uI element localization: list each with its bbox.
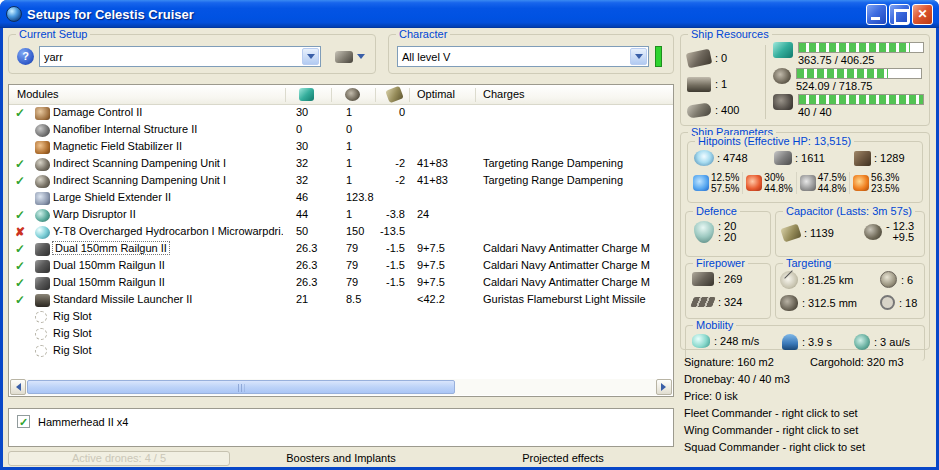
module-name: Indirect Scanning Dampening Unit I <box>53 157 226 169</box>
chevron-down-icon[interactable] <box>302 48 319 65</box>
table-row[interactable]: ✓ Dual 150mm Railgun II 26.3 79 -1.5 9+7… <box>9 275 673 292</box>
cpu-column-icon[interactable] <box>299 88 314 101</box>
close-button[interactable] <box>912 4 933 25</box>
thermal-resist-shield: 30% <box>764 172 792 183</box>
hitpoints-label: Hitpoints (Effective HP: 13,515) <box>695 135 854 147</box>
title-bar[interactable]: Setups for Celestis Cruiser <box>0 0 939 28</box>
mwd-icon <box>35 226 50 239</box>
price-text: Price: 0 isk <box>684 388 932 405</box>
horizontal-scrollbar[interactable] <box>10 379 672 395</box>
scrollbar-thumb[interactable] <box>27 380 455 394</box>
drone-bar <box>798 94 924 105</box>
table-row[interactable]: Rig Slot <box>9 309 673 326</box>
scrollbar-track[interactable] <box>456 380 656 394</box>
squad-commander-text[interactable]: Squad Commander - right click to set <box>684 439 932 456</box>
module-powergrid: 0 <box>346 123 352 135</box>
module-cpu: 32 <box>296 157 308 169</box>
table-row[interactable]: Rig Slot <box>9 343 673 360</box>
status-icon: ✓ <box>15 259 29 273</box>
module-powergrid: 1 <box>346 106 352 118</box>
turret-dps-icon <box>692 272 714 286</box>
table-row[interactable]: ✓ Standard Missile Launcher II 21 8.5 <4… <box>9 292 673 309</box>
module-cap-use: -3.8 <box>365 208 405 220</box>
drone-list-item[interactable]: ✓ Hammerhead II x4 <box>17 415 128 428</box>
scroll-left-button[interactable] <box>10 379 26 395</box>
status-icon: ✓ <box>15 157 29 171</box>
firepower-label: Firepower <box>693 257 748 269</box>
shield-extender-icon <box>35 192 50 205</box>
table-row[interactable]: ✓ Indirect Scanning Dampening Unit I 32 … <box>9 173 673 190</box>
table-row[interactable]: ✘ Y-T8 Overcharged Hydrocarbon I Microwa… <box>9 224 673 241</box>
module-optimal: 41+83 <box>417 157 448 169</box>
active-drones-tab[interactable]: Active drones: 4 / 5 <box>8 451 230 466</box>
module-charges: Caldari Navy Antimatter Charge M <box>483 242 650 254</box>
defence-value-2: : 20 <box>718 232 736 243</box>
module-powergrid: 150 <box>346 225 364 237</box>
boosters-implants-tab[interactable]: Boosters and Implants <box>230 452 452 464</box>
missile-dps-icon <box>690 297 716 307</box>
module-optimal: <42.2 <box>417 293 445 305</box>
powergrid-icon <box>773 68 791 84</box>
capacitor-group: Capacitor (Lasts: 3m 57s) : 1139 - 12.3+… <box>775 211 925 257</box>
module-cap-use: -1.5 <box>365 276 405 288</box>
module-optimal: 9+7.5 <box>417 242 445 254</box>
damp-icon <box>35 158 50 171</box>
railgun-icon <box>35 260 50 273</box>
module-name: Nanofiber Internal Structure II <box>53 123 197 135</box>
setup-select[interactable]: yarr <box>39 46 321 67</box>
capacitor-column-icon[interactable] <box>385 86 404 103</box>
align-time: : 3.9 s <box>802 336 832 348</box>
targeting-range-icon <box>780 271 798 289</box>
client-area: Current Setup ? yarr Character All level… <box>3 28 936 467</box>
column-modules[interactable]: Modules <box>17 88 59 100</box>
table-row[interactable]: ✓ Indirect Scanning Dampening Unit I 32 … <box>9 156 673 173</box>
module-cpu: 44 <box>296 208 308 220</box>
calibration-value: : 400 <box>715 104 739 116</box>
module-cpu: 26.3 <box>296 242 317 254</box>
minimize-button[interactable] <box>866 4 887 25</box>
drone-checkbox[interactable]: ✓ <box>17 415 30 428</box>
column-charges[interactable]: Charges <box>483 88 525 100</box>
railgun-icon <box>35 243 50 256</box>
table-row[interactable]: Rig Slot <box>9 326 673 343</box>
module-cap-use: -2 <box>365 174 405 186</box>
explosive-resist-icon <box>853 175 869 191</box>
defence-shield-icon <box>694 221 714 243</box>
turrets-free: : 0 <box>715 52 727 64</box>
table-row[interactable]: Large Shield Extender II 46 123.8 <box>9 190 673 207</box>
max-velocity-icon <box>692 334 710 348</box>
maximize-button[interactable] <box>889 4 910 25</box>
table-row[interactable]: Nanofiber Internal Structure II 0 0 <box>9 122 673 139</box>
ship-parameters-group: Ship Parameters Hitpoints (Effective HP:… <box>680 132 930 350</box>
ship-menu-button[interactable] <box>329 46 371 67</box>
module-name: Rig Slot <box>53 327 92 339</box>
kinetic-resist-shield: 47.5% <box>818 172 846 183</box>
powergrid-bar <box>796 68 922 79</box>
chevron-down-icon[interactable] <box>630 48 647 65</box>
modules-list: ✓ Damage Control II 30 1 0 Nanofiber Int… <box>9 105 673 360</box>
wing-commander-text[interactable]: Wing Commander - right click to set <box>684 422 932 439</box>
module-name: Warp Disruptor II <box>53 208 136 220</box>
targeting-range: : 81.25 km <box>802 274 853 286</box>
max-velocity: : 248 m/s <box>714 335 759 347</box>
powergrid-usage-text: 524.09 / 718.75 <box>796 80 922 92</box>
module-cpu: 50 <box>296 225 308 237</box>
scroll-right-button[interactable] <box>656 379 672 395</box>
missile-launcher-icon <box>35 294 50 307</box>
powergrid-column-icon[interactable] <box>345 88 360 101</box>
missile-dps: : 324 <box>718 296 742 308</box>
projected-effects-tab[interactable]: Projected effects <box>452 452 674 464</box>
table-row[interactable]: ✓ Dual 150mm Railgun II 26.3 79 -1.5 9+7… <box>9 258 673 275</box>
column-optimal[interactable]: Optimal <box>417 88 455 100</box>
fleet-commander-text[interactable]: Fleet Commander - right click to set <box>684 405 932 422</box>
table-row[interactable]: ✓ Warp Disruptor II 44 1 -3.8 24 <box>9 207 673 224</box>
shield-hp: : 4748 <box>717 152 748 164</box>
table-row[interactable]: ✓ Dual 150mm Railgun II 26.3 79 -1.5 9+7… <box>9 241 673 258</box>
module-powergrid: 8.5 <box>346 293 361 305</box>
railgun-icon <box>35 277 50 290</box>
help-icon[interactable]: ? <box>17 48 34 65</box>
table-row[interactable]: ✓ Damage Control II 30 1 0 <box>9 105 673 122</box>
launcher-hardpoint-icon <box>687 77 711 92</box>
table-row[interactable]: Magnetic Field Stabilizer II 30 1 <box>9 139 673 156</box>
character-select[interactable]: All level V <box>397 46 649 67</box>
